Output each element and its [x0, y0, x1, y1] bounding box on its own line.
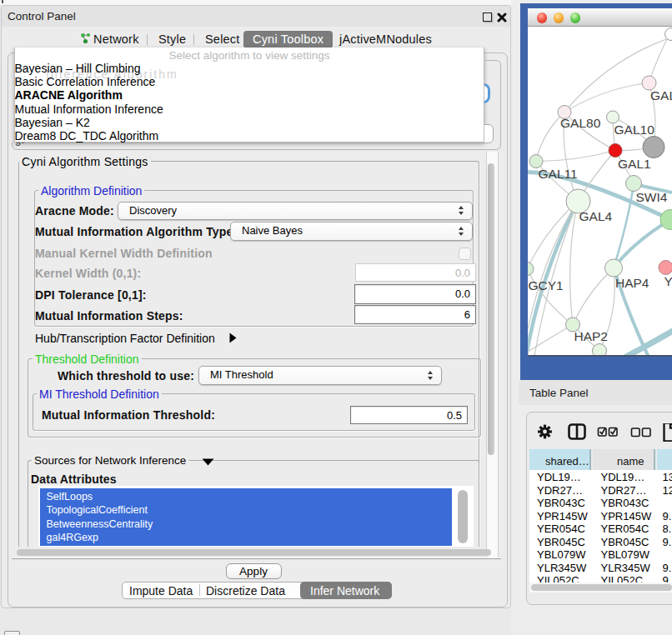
svg-text:SWI4: SWI4 — [636, 189, 668, 203]
svg-text:GAL10: GAL10 — [614, 122, 655, 137]
svg-text:GAL11: GAL11 — [539, 166, 578, 180]
svg-text:HAP4: HAP4 — [615, 275, 649, 289]
svg-text:GAL4: GAL4 — [579, 208, 613, 222]
svg-text:YP: YP — [664, 274, 672, 288]
svg-text:GAL1: GAL1 — [618, 156, 651, 170]
svg-text:GAL80: GAL80 — [560, 116, 601, 130]
svg-text:HAP2: HAP2 — [574, 328, 609, 342]
svg-text:GAL7: GAL7 — [650, 88, 672, 102]
svg-text:GCY1: GCY1 — [529, 278, 564, 292]
